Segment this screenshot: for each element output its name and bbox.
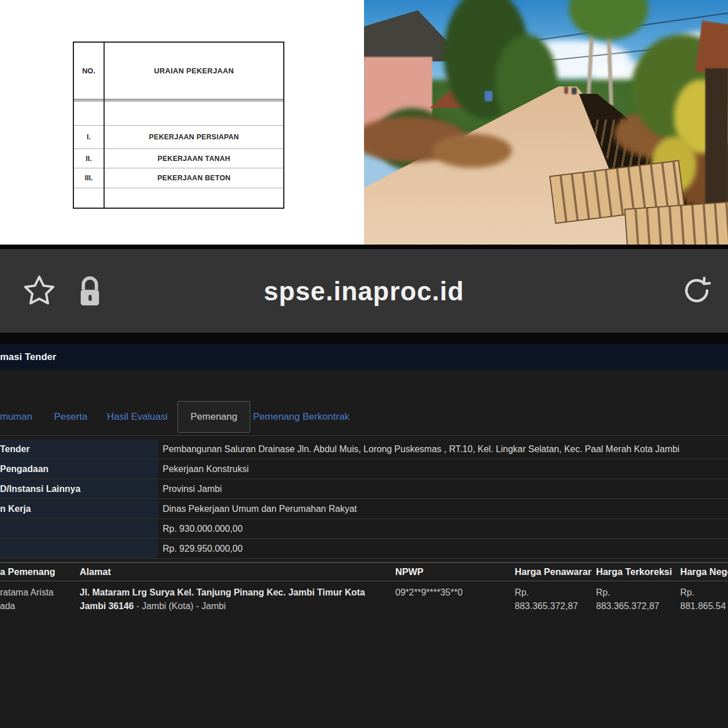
info-label <box>0 539 158 558</box>
info-value: Pembangunan Saluran Drainase Jln. Abdul … <box>163 440 728 458</box>
work-items-table: NO. URAIAN PEKERJAAN I. PEKERJAAN PERSIA… <box>73 42 284 209</box>
work-table-header: NO. URAIAN PEKERJAAN <box>74 43 283 101</box>
browser-address-bar: spse.inaproc.id <box>0 249 728 333</box>
col-header-npwp: NPWP <box>395 563 509 581</box>
winner-harga-terkoreksi: Rp. 883.365.372,87 <box>596 586 676 613</box>
col-header-nama-pemenang: a Pemenang <box>0 563 74 581</box>
tab-pemenang[interactable]: Pemenang <box>177 401 250 433</box>
tab-hasil-evaluasi[interactable]: Hasil Evaluasi <box>107 398 168 436</box>
winner-alamat-region: - Jambi (Kota) - Jambi <box>134 601 226 611</box>
row-no: I. <box>74 126 104 148</box>
table-row: III. PEKERJAAN BETON <box>74 168 283 188</box>
winner-harga-nego: Rp. 881.865.54 <box>680 586 728 613</box>
currency-label: Rp. <box>596 588 610 597</box>
amount-value: 881.865.54 <box>680 601 726 611</box>
winner-table: a Pemenang Alamat NPWP Harga Penawaran H… <box>0 562 728 632</box>
info-value: Rp. 929.950.000,00 <box>163 539 728 558</box>
info-label: D/Instansi Lainnya <box>0 479 158 498</box>
row-uraian <box>105 104 283 125</box>
col-header-harga-nego: Harga Nego <box>680 563 728 581</box>
photo-motorbike <box>572 88 577 94</box>
row-uraian <box>105 188 283 208</box>
tab-pemenang-berkontrak[interactable]: Pemenang Berkontrak <box>253 398 349 436</box>
url-text[interactable]: spse.inaproc.id <box>0 276 728 307</box>
winner-name-line2: ada <box>0 601 15 611</box>
photo-wooden-pallet <box>624 201 728 245</box>
info-value: Pekerjaan Konstruksi <box>163 460 728 478</box>
info-label: Tender <box>0 440 158 458</box>
row-no <box>74 104 104 125</box>
currency-label: Rp. <box>680 588 694 597</box>
info-label: Pengadaan <box>0 460 158 478</box>
table-column-divider <box>104 43 105 208</box>
amount-value: 883.365.372,87 <box>596 601 659 611</box>
info-label: n Kerja <box>0 499 158 518</box>
table-row <box>74 188 283 208</box>
winner-alamat: Jl. Mataram Lrg Surya Kel. Tanjung Pinan… <box>80 586 375 613</box>
table-row: I. PEKERJAAN PERSIAPAN <box>74 126 283 149</box>
table-row <box>74 104 283 126</box>
page-title: masi Tender <box>0 351 56 363</box>
row-no: II. <box>74 149 104 168</box>
page-title-bar: masi Tender <box>0 344 728 370</box>
winner-name: ratama Arista ada <box>0 586 74 613</box>
reload-icon[interactable] <box>680 274 713 307</box>
tab-bar: muman Peserta Hasil Evaluasi Pemenang Pe… <box>0 398 728 436</box>
col-header-harga-penawaran: Harga Penawaran <box>515 563 592 581</box>
separator-strip <box>0 245 728 249</box>
currency-label: Rp. <box>515 588 529 597</box>
tender-info-table: Tender Pembangunan Saluran Drainase Jln.… <box>0 440 728 559</box>
document-panel: NO. URAIAN PEKERJAAN I. PEKERJAAN PERSIA… <box>0 0 364 245</box>
col-header-no: NO. <box>74 43 104 99</box>
construction-road-photo <box>364 0 728 245</box>
tab-pengumuman[interactable]: muman <box>0 398 32 436</box>
info-row: n Kerja Dinas Pekerjaan Umum dan Perumah… <box>0 499 728 519</box>
info-value: Provinsi Jambi <box>163 479 728 498</box>
row-uraian: PEKERJAAN BETON <box>105 168 283 188</box>
winner-row: ratama Arista ada Jl. Mataram Lrg Surya … <box>0 581 728 632</box>
winner-npwp: 09*2**9****35**0 <box>395 586 509 599</box>
photo-dirt-pile <box>432 134 512 168</box>
info-row: Rp. 929.950.000,00 <box>0 539 728 559</box>
separator-strip <box>0 333 728 344</box>
row-uraian: PEKERJAAN TANAH <box>105 149 283 168</box>
info-value: Rp. 930.000.000,00 <box>163 519 728 538</box>
info-row: Tender Pembangunan Saluran Drainase Jln.… <box>0 440 728 460</box>
info-label <box>0 519 158 538</box>
row-no: III. <box>74 168 104 188</box>
col-header-uraian: URAIAN PEKERJAAN <box>105 43 283 99</box>
row-uraian: PEKERJAAN PERSIAPAN <box>105 126 283 148</box>
info-value: Dinas Pekerjaan Umum dan Perumahan Rakya… <box>163 499 728 518</box>
winner-harga-penawaran: Rp. 883.365.372,87 <box>515 586 592 613</box>
photo-person <box>564 86 568 94</box>
winner-table-header: a Pemenang Alamat NPWP Harga Penawaran H… <box>0 562 728 581</box>
info-row: Rp. 930.000.000,00 <box>0 519 728 539</box>
info-row: Pengadaan Pekerjaan Konstruksi <box>0 460 728 479</box>
table-row: II. PEKERJAAN TANAH <box>74 149 283 168</box>
row-no <box>74 188 104 208</box>
info-row: D/Instansi Lainnya Provinsi Jambi <box>0 479 728 499</box>
tab-peserta[interactable]: Peserta <box>54 398 88 436</box>
col-header-alamat: Alamat <box>80 563 390 581</box>
photo-blue-tarp <box>485 91 493 101</box>
amount-value: 883.365.372,87 <box>515 601 578 611</box>
winner-name-line1: ratama Arista <box>0 588 53 597</box>
col-header-harga-terkoreksi: Harga Terkoreksi <box>596 563 676 581</box>
